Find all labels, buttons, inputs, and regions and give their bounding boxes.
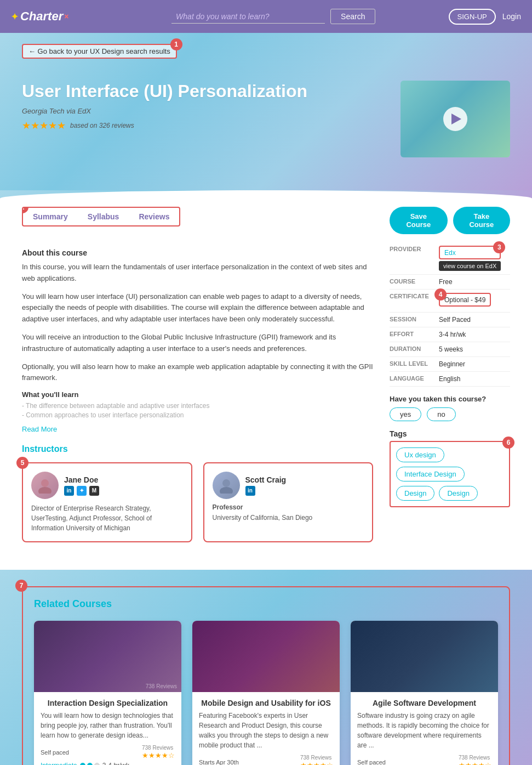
card-1-desc: You will learn how to design technologie… <box>41 711 175 740</box>
card-3-body: Agile Software Development Software indu… <box>351 692 498 765</box>
header: ✦ Charter × Search SIGN-UP Login <box>0 0 532 33</box>
save-course-button[interactable]: Save Course <box>390 207 448 234</box>
medium-icon[interactable]: M <box>89 486 99 496</box>
course-free-row: COURSE Free <box>390 275 510 290</box>
search-input[interactable] <box>171 10 325 24</box>
about-para-3: You will receive an introduction to the … <box>22 332 373 355</box>
card-1-difficulty: Intermediate 3-4 hr/wk <box>41 762 175 765</box>
video-thumbnail[interactable] <box>401 81 510 157</box>
search-button[interactable]: Search <box>330 9 375 24</box>
back-link[interactable]: ← Go back to your UX Design search resul… <box>22 44 177 59</box>
duration-label: DURATION <box>390 345 439 352</box>
content-left: 2 Summary Syllabus Reviews About this co… <box>22 207 373 542</box>
instructor-2-avatar <box>213 472 240 499</box>
play-icon <box>451 114 461 124</box>
read-more-link[interactable]: Read More <box>22 425 57 433</box>
card-1-reviews: 738 Reviews <box>146 683 177 689</box>
hero-left: User Interface (UI) Personalization Geor… <box>22 81 384 157</box>
tag-ux-design[interactable]: Ux design <box>396 447 444 462</box>
course-value: Free <box>439 278 453 286</box>
wave-shape <box>0 190 532 207</box>
about-para-2: You will learn how user interface (UI) p… <box>22 291 373 325</box>
session-row: SESSION Self Paced <box>390 313 510 327</box>
action-buttons: Save Course Take Course <box>390 207 510 234</box>
language-value: English <box>439 375 460 383</box>
card-1-thumb: 738 Reviews <box>34 621 181 692</box>
linkedin-icon[interactable]: in <box>64 486 74 496</box>
tags-section: Tags 6 Ux design Interface Design Design… <box>390 429 510 507</box>
tab-reviews[interactable]: Reviews <box>129 208 179 225</box>
instructor-2-role: Professor <box>213 503 364 511</box>
instructor-card-1: 5 Jane Doe in ✦ M Director of Enterpr <box>22 462 192 542</box>
cert-value: Optional - $49 <box>444 296 485 304</box>
card-3-title: Agile Software Development <box>357 699 491 707</box>
tab-syllabus[interactable]: Syllabus <box>78 208 129 225</box>
instructor-2-affiliation: University of California, San Diego <box>213 513 364 523</box>
card-3-thumb <box>351 621 498 692</box>
related-section: 7 Related Courses 738 Reviews Interactio… <box>0 570 532 765</box>
learn-item-2: - Common approaches to user interface pe… <box>22 411 373 419</box>
tag-design-1[interactable]: Design <box>396 486 434 501</box>
take-course-button[interactable]: Take Course <box>453 207 510 234</box>
instructor-1-social: in ✦ M <box>64 486 99 496</box>
duration-value: 5 weeks <box>439 345 463 353</box>
dot-3 <box>94 763 100 765</box>
twitter-icon[interactable]: ✦ <box>77 486 87 496</box>
instructor-1-avatar <box>31 472 59 499</box>
annotation-badge-1: 1 <box>170 38 182 50</box>
provider-value[interactable]: Edx <box>444 249 456 257</box>
provider-box: 3 Edx <box>439 246 501 259</box>
card-1-body: Interaction Design Specialization You wi… <box>34 692 181 765</box>
card-2-title: Mobile Design and Usability for iOS <box>199 699 333 707</box>
related-card-3: Agile Software Development Software indu… <box>351 621 498 765</box>
provider-label: PROVIDER <box>390 246 439 252</box>
card-1-time: 3-4 hr/wk <box>102 762 129 765</box>
tag-interface-design[interactable]: Interface Design <box>396 467 465 481</box>
no-button[interactable]: no <box>427 407 455 421</box>
provider-tooltip: view course on EdX <box>439 261 501 271</box>
instructors-grid: 5 Jane Doe in ✦ M Director of Enterpr <box>22 462 373 542</box>
yes-no-buttons: yes no <box>390 407 510 421</box>
logo-x: × <box>64 12 68 21</box>
login-button[interactable]: Login <box>502 12 521 21</box>
card-2-body: Mobile Design and Usability for iOS Feat… <box>192 692 340 765</box>
dot-2 <box>87 763 93 765</box>
card-2-desc: Featuring Facebook's experts in User Res… <box>199 711 333 750</box>
tag-design-2[interactable]: Design <box>439 486 477 501</box>
annotation-badge-6: 6 <box>502 437 514 449</box>
instructors-title: Instructors <box>22 444 373 454</box>
header-right: SIGN-UP Login <box>449 9 521 25</box>
related-title: Related Courses <box>34 598 498 610</box>
provider-row: PROVIDER 3 Edx view course on EdX <box>390 242 510 275</box>
yes-button[interactable]: yes <box>390 407 421 421</box>
cert-label: CERTIFICATE <box>390 293 439 299</box>
card-2-stars: ★★★★☆ <box>300 761 333 765</box>
signup-button[interactable]: SIGN-UP <box>449 9 496 25</box>
card-3-reviews-count: 738 Reviews <box>459 755 491 761</box>
card-3-stars: ★★★★☆ <box>459 761 491 765</box>
related-border: Related Courses 738 Reviews Interaction … <box>22 586 510 765</box>
course-provider: Georgia Tech via EdX <box>22 107 384 115</box>
effort-row: EFFORT 3-4 hr/wk <box>390 327 510 342</box>
hero-content: User Interface (UI) Personalization Geor… <box>22 81 510 157</box>
svg-point-3 <box>220 487 233 494</box>
tab-summary[interactable]: Summary <box>23 208 78 225</box>
play-button[interactable] <box>443 107 467 131</box>
effort-label: EFFORT <box>390 331 439 337</box>
card-1-pacing: Self paced <box>41 749 69 756</box>
card-1-dots <box>80 763 100 765</box>
course-title: User Interface (UI) Personalization <box>22 81 384 101</box>
taken-question: Have you taken this course? <box>390 395 510 403</box>
skill-row: SKILL LEVEL Beginner <box>390 357 510 372</box>
skill-value: Beginner <box>439 360 465 368</box>
logo-text: Charter <box>20 9 63 24</box>
about-para-1: In this course, you will learn the funda… <box>22 262 373 285</box>
instructor-card-2: Scott Craig in Professor University of C… <box>203 462 374 542</box>
wave-top <box>0 190 532 207</box>
cert-row: CERTIFICATE 4 Optional - $49 <box>390 290 510 313</box>
card-1-reviews-count: 738 Reviews <box>142 745 175 751</box>
card-1-diff-label: Intermediate <box>41 762 77 765</box>
instructor-1-name: Jane Doe <box>64 475 99 484</box>
linkedin-icon-2[interactable]: in <box>245 486 255 496</box>
course-label: COURSE <box>390 278 439 285</box>
